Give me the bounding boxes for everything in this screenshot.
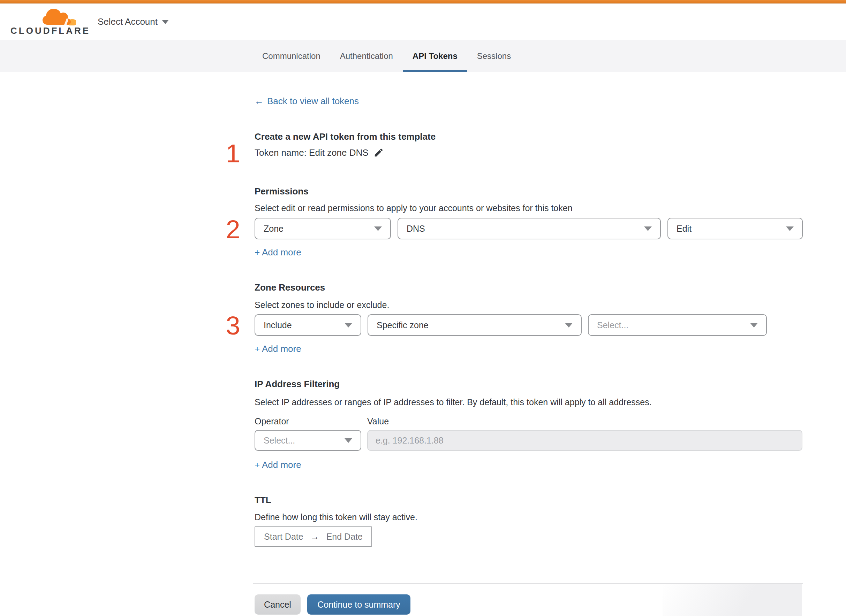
ip-value-input[interactable]: [367, 430, 802, 451]
ip-filtering-title: IP Address Filtering: [255, 378, 803, 390]
tab-api-tokens[interactable]: API Tokens: [403, 40, 467, 72]
section-permissions: Permissions Select edit or read permissi…: [255, 185, 803, 258]
ip-filtering-description: Select IP addresses or ranges of IP addr…: [255, 396, 803, 408]
arrow-right-icon: →: [310, 531, 319, 542]
back-link-label: Back to view all tokens: [267, 96, 359, 106]
step-number-3: 3: [222, 312, 243, 340]
chevron-down-icon: [374, 226, 382, 231]
continue-to-summary-button[interactable]: Continue to summary: [307, 594, 410, 615]
edit-pencil-icon[interactable]: [374, 147, 384, 158]
dropdown-placeholder: Select...: [597, 320, 628, 330]
zone-resources-add-more-link[interactable]: + Add more: [255, 343, 301, 355]
cloudflare-wordmark: CLOUDFLARE: [10, 26, 90, 35]
dropdown-value: Specific zone: [377, 320, 428, 330]
tab-authentication[interactable]: Authentication: [330, 40, 403, 72]
permission-group-dropdown[interactable]: DNS: [397, 218, 661, 239]
permissions-title: Permissions: [255, 185, 803, 197]
dropdown-value: Include: [263, 320, 292, 330]
section-zone-resources: Zone Resources Select zones to include o…: [255, 282, 803, 355]
chevron-down-icon: [750, 323, 758, 327]
dropdown-value: DNS: [407, 224, 425, 234]
ip-operator-dropdown[interactable]: Select...: [255, 430, 361, 451]
dropdown-value: Zone: [263, 224, 284, 234]
back-to-tokens-link[interactable]: ← Back to view all tokens: [255, 96, 359, 106]
token-template-form: 1 2 3 ← Back to view all tokens Create a…: [255, 72, 803, 615]
footer-divider: [253, 583, 803, 584]
tab-label: Sessions: [477, 51, 511, 61]
ip-filtering-add-more-link[interactable]: + Add more: [255, 459, 301, 471]
permission-level-dropdown[interactable]: Edit: [668, 218, 803, 239]
start-date-label: Start Date: [264, 532, 303, 542]
account-selector[interactable]: Select Account: [98, 16, 169, 27]
section-template: Create a new API token from this templat…: [255, 131, 803, 158]
dropdown-value: Edit: [677, 224, 692, 234]
cloudflare-cloud-icon: [43, 9, 76, 25]
cloudflare-logo[interactable]: CLOUDFLARE: [10, 9, 77, 35]
profile-tabbar: Communication Authentication API Tokens …: [0, 40, 846, 72]
value-label: Value: [367, 416, 389, 427]
zone-select-dropdown[interactable]: Select...: [588, 314, 767, 336]
back-arrow-icon: ←: [255, 96, 263, 106]
zone-resources-description: Select zones to include or exclude.: [255, 299, 803, 311]
template-section-title: Create a new API token from this templat…: [255, 131, 803, 142]
permissions-description: Select edit or read permissions to apply…: [255, 202, 803, 214]
section-ttl: TTL Define how long this token will stay…: [255, 494, 803, 547]
ttl-description: Define how long this token will stay act…: [255, 511, 803, 523]
dropdown-placeholder: Select...: [263, 436, 295, 446]
chevron-down-icon: [644, 226, 652, 231]
permission-scope-dropdown[interactable]: Zone: [255, 218, 391, 239]
end-date-label: End Date: [327, 532, 363, 542]
chevron-down-icon: [344, 323, 352, 327]
brand-top-bar: [0, 0, 846, 3]
tab-label: API Tokens: [412, 51, 458, 61]
operator-label: Operator: [255, 416, 367, 427]
tab-sessions[interactable]: Sessions: [467, 40, 521, 72]
tab-communication[interactable]: Communication: [253, 40, 330, 72]
ttl-date-range-picker[interactable]: Start Date → End Date: [255, 527, 372, 547]
chevron-down-icon: [344, 438, 352, 443]
token-name-text: Token name: Edit zone DNS: [255, 147, 369, 158]
permissions-add-more-link[interactable]: + Add more: [255, 246, 301, 258]
ttl-title: TTL: [255, 494, 803, 506]
zone-resources-title: Zone Resources: [255, 282, 803, 293]
section-ip-filtering: IP Address Filtering Select IP addresses…: [255, 378, 803, 471]
tab-label: Authentication: [340, 51, 393, 61]
tab-label: Communication: [262, 51, 321, 61]
step-number-2: 2: [222, 216, 243, 243]
chevron-down-icon: [565, 323, 572, 327]
footer-actions: Cancel Continue to summary: [255, 594, 803, 615]
zone-scope-dropdown[interactable]: Specific zone: [368, 314, 582, 336]
app-header: CLOUDFLARE Select Account: [0, 3, 846, 40]
account-selector-label: Select Account: [98, 16, 157, 27]
zone-include-exclude-dropdown[interactable]: Include: [255, 314, 361, 336]
chevron-down-icon: [162, 20, 169, 24]
step-number-1: 1: [222, 140, 243, 167]
cancel-button[interactable]: Cancel: [255, 594, 301, 615]
chevron-down-icon: [786, 226, 794, 231]
